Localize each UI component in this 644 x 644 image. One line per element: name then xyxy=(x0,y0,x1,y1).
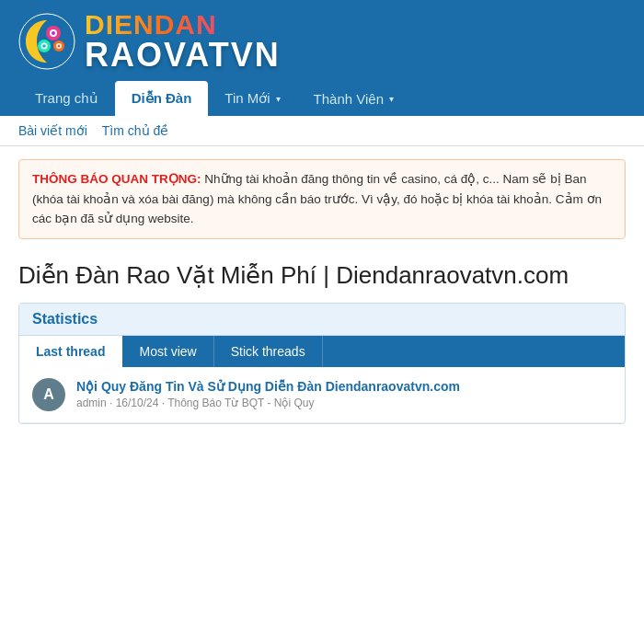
header: DIENDAN RAOVATVN Trang chủ Diễn Đàn Tin … xyxy=(0,0,644,116)
logo-text: DIENDAN RAOVATVN xyxy=(85,11,281,72)
thanhvien-arrow-icon: ▾ xyxy=(389,94,394,104)
page-main-title: Diễn Đàn Rao Vặt Miễn Phí | Diendanraova… xyxy=(18,261,626,290)
svg-point-6 xyxy=(42,44,46,48)
nav-item-trangchu[interactable]: Trang chủ xyxy=(18,81,115,116)
nav-item-diendan[interactable]: Diễn Đàn xyxy=(115,81,209,116)
statistics-header: Statistics xyxy=(19,304,625,336)
page-title-area: Diễn Đàn Rao Vặt Miễn Phí | Diendanraova… xyxy=(0,252,644,303)
tinmoi-arrow-icon: ▾ xyxy=(276,94,281,104)
statistics-section: Statistics Last thread Most view Stick t… xyxy=(18,303,626,424)
nav-item-tinmoi[interactable]: Tin Mới ▾ xyxy=(208,81,296,116)
svg-point-9 xyxy=(58,45,61,48)
sub-nav: Bài viết mới Tìm chủ đề xyxy=(0,116,644,146)
tab-most-view[interactable]: Most view xyxy=(122,336,213,367)
tab-last-thread[interactable]: Last thread xyxy=(19,336,122,367)
sub-nav-timchude[interactable]: Tìm chủ đề xyxy=(102,121,168,140)
logo-raovatvn-text: RAOVATVN xyxy=(85,39,281,72)
svg-point-3 xyxy=(52,31,55,35)
tab-stick-threads[interactable]: Stick threads xyxy=(214,336,323,367)
notice-title: THÔNG BÁO QUAN TRỌNG: xyxy=(32,172,201,186)
statistics-tabs: Last thread Most view Stick threads xyxy=(19,336,625,367)
logo-area: DIENDAN RAOVATVN xyxy=(18,11,626,72)
thread-title[interactable]: Nội Quy Đăng Tin Và Sử Dụng Diễn Đàn Die… xyxy=(76,379,612,394)
thread-meta: admin · 16/10/24 · Thông Báo Từ BQT - Nộ… xyxy=(76,397,612,409)
thread-info: Nội Quy Đăng Tin Và Sử Dụng Diễn Đàn Die… xyxy=(76,379,612,409)
sub-nav-baivietmoi[interactable]: Bài viết mới xyxy=(18,121,87,140)
thread-item: A Nội Quy Đăng Tin Và Sử Dụng Diễn Đàn D… xyxy=(19,367,625,423)
thread-list: A Nội Quy Đăng Tin Và Sử Dụng Diễn Đàn D… xyxy=(19,367,625,423)
notice-box: THÔNG BÁO QUAN TRỌNG: Những tài khoản đă… xyxy=(18,159,626,239)
main-nav: Trang chủ Diễn Đàn Tin Mới ▾ Thành Viên … xyxy=(18,81,626,116)
nav-item-thanhvien[interactable]: Thành Viên ▾ xyxy=(297,82,410,116)
avatar: A xyxy=(32,378,65,411)
logo-icon xyxy=(18,13,75,70)
logo-diendan-text: DIENDAN xyxy=(85,11,281,39)
